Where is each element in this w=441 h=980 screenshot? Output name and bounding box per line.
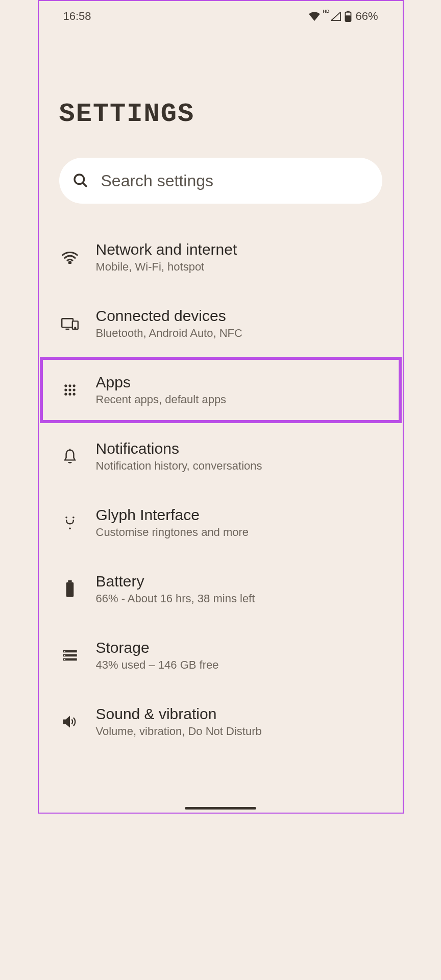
setting-subtitle: Notification history, conversations (96, 459, 381, 473)
setting-network[interactable]: Network and internet Mobile, Wi-Fi, hots… (43, 224, 399, 290)
setting-title: Battery (96, 573, 381, 590)
hd-label: HD (323, 9, 329, 14)
svg-rect-23 (68, 580, 71, 582)
svg-point-12 (72, 384, 75, 387)
svg-point-3 (75, 175, 84, 184)
svg-rect-6 (62, 318, 73, 327)
svg-point-14 (68, 388, 71, 391)
svg-point-16 (64, 393, 67, 396)
setting-storage[interactable]: Storage 43% used – 146 GB free (43, 622, 399, 689)
setting-title: Connected devices (96, 307, 381, 325)
page-header: SETTINGS (39, 30, 403, 150)
svg-point-21 (72, 517, 75, 519)
settings-list: Network and internet Mobile, Wi-Fi, hots… (39, 224, 403, 755)
setting-title: Notifications (96, 440, 381, 457)
glyph-icon (60, 513, 80, 532)
status-bar: 16:58 HD 66% (39, 1, 403, 30)
search-input[interactable] (101, 172, 369, 190)
setting-subtitle: Customise ringtones and more (96, 526, 381, 539)
setting-connected-devices[interactable]: Connected devices Bluetooth, Android Aut… (43, 290, 399, 357)
devices-icon (60, 314, 80, 333)
signal-icon (331, 12, 341, 21)
wifi-icon (60, 248, 80, 267)
setting-title: Network and internet (96, 241, 381, 258)
setting-subtitle: Mobile, Wi-Fi, hotspot (96, 260, 381, 274)
status-indicators: HD 66% (309, 10, 378, 23)
setting-battery[interactable]: Battery 66% - About 16 hrs, 38 mins left (43, 556, 399, 622)
apps-icon (60, 380, 80, 400)
svg-point-20 (65, 517, 67, 519)
setting-apps[interactable]: Apps Recent apps, default apps (40, 357, 402, 423)
setting-subtitle: Recent apps, default apps (96, 393, 381, 406)
search-bar[interactable] (59, 158, 382, 204)
setting-sound[interactable]: Sound & vibration Volume, vibration, Do … (43, 689, 399, 755)
svg-point-15 (72, 388, 75, 391)
setting-subtitle: 43% used – 146 GB free (96, 658, 381, 672)
bell-icon (60, 447, 80, 466)
setting-title: Apps (96, 374, 381, 391)
storage-icon (60, 646, 80, 665)
setting-title: Glyph Interface (96, 506, 381, 524)
sound-icon (60, 712, 80, 731)
wifi-icon (309, 12, 320, 21)
svg-point-5 (69, 262, 70, 263)
setting-notifications[interactable]: Notifications Notification history, conv… (43, 423, 399, 489)
svg-line-4 (83, 183, 87, 187)
search-icon (72, 173, 89, 189)
battery-icon (60, 579, 80, 599)
svg-rect-24 (66, 582, 74, 597)
svg-point-22 (69, 528, 71, 530)
setting-title: Storage (96, 639, 381, 656)
nav-handle[interactable] (185, 807, 256, 810)
setting-glyph[interactable]: Glyph Interface Customise ringtones and … (43, 489, 399, 556)
svg-point-9 (75, 328, 76, 329)
setting-title: Sound & vibration (96, 705, 381, 723)
setting-subtitle: 66% - About 16 hrs, 38 mins left (96, 592, 381, 605)
svg-point-13 (64, 388, 67, 391)
svg-rect-26 (64, 651, 65, 652)
svg-point-10 (64, 384, 67, 387)
setting-subtitle: Bluetooth, Android Auto, NFC (96, 327, 381, 340)
svg-rect-30 (64, 659, 65, 660)
page-title: SETTINGS (59, 99, 382, 129)
svg-point-11 (68, 384, 71, 387)
battery-icon (345, 11, 352, 22)
battery-percent: 66% (355, 10, 378, 23)
svg-rect-2 (346, 15, 351, 21)
svg-point-18 (72, 393, 75, 396)
status-time: 16:58 (63, 10, 91, 23)
svg-point-17 (68, 393, 71, 396)
setting-subtitle: Volume, vibration, Do Not Disturb (96, 725, 381, 738)
svg-rect-28 (64, 655, 65, 656)
